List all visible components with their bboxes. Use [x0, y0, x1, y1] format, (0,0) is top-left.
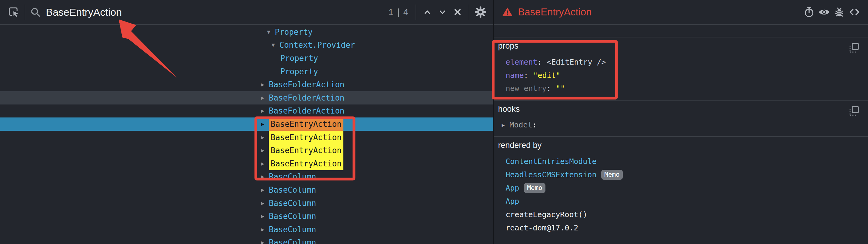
hooks-section-header: hooks [498, 103, 862, 115]
owner-label: react-dom@17.0.2 [505, 223, 578, 232]
stopwatch-icon [803, 6, 815, 18]
tree-expand-arrow-icon[interactable]: ▸ [261, 81, 269, 88]
tree-expand-arrow-icon[interactable]: ▸ [261, 239, 269, 244]
hooks-section: hooks ▸Model: [494, 100, 868, 137]
prop-value[interactable]: "edit" [533, 71, 560, 80]
tree-row[interactable]: ▸BaseColumn [0, 170, 493, 184]
tree-row[interactable]: Property [0, 52, 493, 65]
inspector-header: BaseEntryAction [494, 0, 868, 25]
tree-row[interactable]: ▸BaseColumn [0, 196, 493, 210]
prop-row: new entry:"" [498, 82, 862, 95]
tree-toolbar: 1 | 4 [0, 0, 493, 25]
tree-row[interactable]: ▸BaseEntryAction [0, 144, 493, 157]
previous-match-button[interactable] [420, 4, 435, 20]
tree-expand-arrow-icon[interactable]: ▸ [261, 226, 269, 233]
rendered-by-item: HeadlessCMSExtensionMemo [498, 168, 862, 182]
prop-colon: : [546, 84, 551, 93]
copy-hooks-button[interactable] [848, 105, 860, 117]
tree-expand-arrow-icon[interactable]: ▸ [261, 187, 269, 193]
settings-button[interactable] [473, 4, 488, 20]
owners-strip [494, 25, 868, 37]
next-match-button[interactable] [435, 4, 450, 20]
prop-value[interactable]: <EditEntry /> [547, 58, 606, 66]
memo-badge: Memo [601, 170, 623, 180]
warning-triangle-icon [502, 6, 513, 18]
tree-row[interactable]: Property [0, 65, 493, 78]
owner-link[interactable]: App [505, 197, 519, 206]
code-brackets-icon [848, 6, 861, 19]
toolbar-divider [469, 4, 469, 20]
rendered-by-item: App [498, 195, 862, 208]
tree-expand-arrow-icon[interactable]: ▸ [261, 147, 269, 154]
component-tree: ▾Property▾Context.ProviderPropertyProper… [0, 25, 493, 244]
tree-expand-arrow-icon[interactable]: ▾ [267, 29, 275, 35]
component-name: Property [275, 28, 313, 36]
hook-row[interactable]: ▸Model: [498, 119, 862, 131]
tree-expand-arrow-icon[interactable]: ▸ [261, 160, 269, 167]
hooks-rows: ▸Model: [498, 119, 862, 131]
tree-expand-arrow-icon[interactable]: ▸ [261, 200, 269, 207]
rendered-by-section: rendered by ContentEntriesModuleHeadless… [494, 137, 868, 240]
tree-row[interactable]: ▸BaseColumn [0, 236, 493, 244]
owner-link[interactable]: HeadlessCMSExtension [505, 170, 596, 179]
toolbar-divider [25, 4, 25, 20]
tree-row[interactable]: ▸BaseFolderAction [0, 91, 493, 104]
tree-row[interactable]: ▸BaseFolderAction [0, 104, 493, 118]
copy-props-button[interactable] [848, 42, 860, 54]
component-tree-panel: 1 | 4 [0, 0, 493, 244]
component-name: BaseFolderAction [269, 106, 344, 115]
prop-colon: : [537, 58, 542, 66]
component-name: BaseColumn [269, 172, 316, 181]
component-name: BaseColumn [269, 199, 316, 208]
log-to-console-button[interactable] [832, 4, 847, 20]
react-devtools-components-panel: 1 | 4 [0, 0, 868, 244]
tree-row[interactable]: ▸BaseEntryAction [0, 157, 493, 170]
copy-icon [849, 105, 860, 116]
tree-expand-arrow-icon[interactable]: ▸ [261, 121, 269, 127]
rendered-by-item: AppMemo [498, 182, 862, 195]
tree-expand-arrow-icon[interactable]: ▾ [272, 42, 279, 48]
prop-key: name [505, 71, 524, 80]
toolbar-divider [415, 4, 416, 20]
owner-link[interactable]: ContentEntriesModule [505, 157, 596, 166]
component-name: Property [280, 67, 318, 76]
prop-colon: : [524, 71, 528, 80]
component-name: BaseEntryAction [269, 144, 343, 157]
tree-row[interactable]: ▾Property [0, 25, 493, 39]
suspend-toggle-button[interactable] [802, 4, 817, 20]
props-section: props element:<EditEntry />name:"edit"ne… [494, 37, 868, 100]
inspect-element-button[interactable] [6, 4, 21, 20]
prop-key: new entry [505, 84, 546, 93]
search-input[interactable] [42, 6, 386, 18]
rendered-by-item: react-dom@17.0.2 [498, 221, 862, 235]
props-section-header: props [498, 40, 862, 51]
owner-link[interactable]: App [505, 184, 519, 192]
component-name: BaseColumn [269, 185, 316, 194]
tree-expand-arrow-icon[interactable]: ▸ [261, 173, 269, 180]
prop-value[interactable]: "" [556, 84, 565, 93]
tree-expand-arrow-icon[interactable]: ▸ [261, 108, 269, 114]
tree-row[interactable]: ▾Context.Provider [0, 39, 493, 52]
view-source-button[interactable] [847, 4, 862, 20]
clear-search-button[interactable] [450, 4, 465, 20]
gear-icon [474, 6, 487, 19]
tree-expand-arrow-icon[interactable]: ▸ [261, 94, 269, 101]
tree-row[interactable]: ▸BaseColumn [0, 223, 493, 236]
inspect-dom-button[interactable] [817, 4, 832, 20]
tree-row[interactable]: ▸BaseEntryAction [0, 118, 493, 131]
bug-icon [833, 6, 845, 18]
tree-expand-arrow-icon[interactable]: ▸ [261, 213, 269, 219]
tree-row[interactable]: ▸BaseEntryAction [0, 131, 493, 144]
tree-row[interactable]: ▸BaseFolderAction [0, 78, 493, 91]
rendered-by-header: rendered by [498, 140, 862, 151]
rendered-by-item: ContentEntriesModule [498, 155, 862, 168]
props-rows: element:<EditEntry />name:"edit"new entr… [498, 56, 862, 95]
component-name: Property [280, 54, 318, 63]
hook-name: Model [509, 121, 532, 129]
hook-expand-arrow-icon[interactable]: ▸ [502, 121, 509, 129]
copy-icon [849, 42, 860, 53]
memo-badge: Memo [524, 183, 546, 193]
tree-row[interactable]: ▸BaseColumn [0, 210, 493, 223]
tree-expand-arrow-icon[interactable]: ▸ [261, 134, 269, 141]
tree-row[interactable]: ▸BaseColumn [0, 183, 493, 196]
